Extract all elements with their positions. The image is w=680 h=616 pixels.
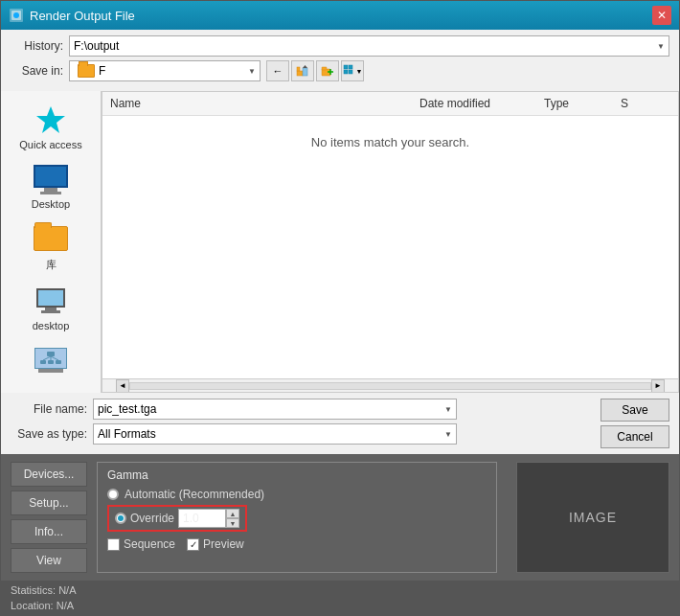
main-area: Quick access Desktop 库 bbox=[1, 91, 679, 393]
save-in-combo[interactable]: F ▼ bbox=[69, 60, 261, 81]
sequence-checkbox[interactable] bbox=[107, 538, 120, 551]
history-value: F:\output bbox=[74, 39, 119, 53]
back-icon: ← bbox=[273, 65, 283, 77]
this-pc-label: desktop bbox=[33, 320, 70, 331]
automatic-radio[interactable] bbox=[107, 489, 119, 500]
close-button[interactable]: ✕ bbox=[652, 6, 671, 25]
history-combo[interactable]: F:\output ▼ bbox=[69, 35, 669, 57]
file-list-content: No items match your search. bbox=[102, 116, 678, 378]
new-folder-icon bbox=[321, 64, 334, 78]
svg-rect-13 bbox=[344, 70, 348, 74]
horizontal-scrollbar[interactable]: ◄ ► bbox=[102, 378, 678, 392]
svg-marker-6 bbox=[303, 65, 307, 68]
title-bar: Render Output File ✕ bbox=[1, 1, 679, 30]
override-label: Override bbox=[130, 512, 174, 525]
scroll-right-button[interactable]: ► bbox=[651, 379, 665, 393]
override-radio[interactable] bbox=[115, 513, 126, 524]
svg-rect-8 bbox=[322, 67, 327, 70]
svg-line-22 bbox=[51, 356, 58, 360]
override-value: 1.0 bbox=[183, 512, 199, 525]
sidebar-item-this-pc[interactable]: desktop bbox=[12, 280, 89, 335]
folder-small-icon bbox=[78, 64, 95, 78]
desktop-label: Desktop bbox=[32, 198, 70, 210]
computer-base-small bbox=[41, 310, 60, 313]
preview-checkbox-item[interactable]: ✓ Preview bbox=[187, 537, 244, 551]
scroll-left-button[interactable]: ◄ bbox=[116, 379, 129, 393]
title-bar-left: Render Output File bbox=[9, 8, 135, 23]
view-side-button[interactable]: View bbox=[11, 548, 87, 573]
preview-label: Preview bbox=[203, 537, 244, 551]
col-header-date: Date modified bbox=[416, 95, 540, 112]
save-as-type-combo[interactable]: All Formats ▼ bbox=[93, 423, 457, 445]
save-as-type-value: All Formats bbox=[98, 427, 156, 441]
sidebar-item-quick-access[interactable]: Quick access bbox=[12, 99, 89, 154]
sidebar-item-desktop[interactable]: Desktop bbox=[12, 158, 89, 214]
svg-marker-15 bbox=[36, 106, 65, 133]
filename-input[interactable]: pic_test.tga ▼ bbox=[93, 399, 457, 420]
bottom-fields: File name: pic_test.tga ▼ Save as type: … bbox=[1, 393, 679, 454]
scrollbar-track[interactable] bbox=[129, 382, 651, 390]
gamma-section: Gamma Automatic (Recommended) Override bbox=[97, 462, 497, 573]
svg-line-20 bbox=[43, 356, 51, 360]
empty-message: No items match your search. bbox=[311, 135, 469, 149]
spinner-up[interactable]: ▲ bbox=[226, 509, 239, 518]
sidebar-item-library[interactable]: 库 bbox=[12, 217, 89, 276]
view-button[interactable]: ▼ bbox=[341, 60, 364, 81]
status-bar: Statistics: N/A Location: N/A bbox=[1, 581, 679, 615]
save-as-type-row: Save as type: All Formats ▼ bbox=[11, 423, 601, 445]
svg-rect-19 bbox=[56, 360, 61, 364]
sequence-label: Sequence bbox=[124, 537, 175, 551]
svg-rect-11 bbox=[344, 65, 348, 69]
svg-point-2 bbox=[13, 12, 19, 18]
statistics-line: Statistics: N/A bbox=[11, 582, 669, 598]
info-button[interactable]: Info... bbox=[11, 519, 87, 544]
preview-check-mark: ✓ bbox=[190, 539, 197, 550]
override-box: Override 1.0 ▲ ▼ bbox=[107, 505, 247, 532]
gamma-options: Automatic (Recommended) Override 1.0 bbox=[107, 488, 487, 532]
location-value: N/A bbox=[57, 600, 74, 611]
svg-rect-4 bbox=[297, 67, 300, 71]
devices-button[interactable]: Devices... bbox=[11, 462, 87, 487]
save-cancel-col: Save Cancel bbox=[601, 399, 669, 448]
location-label: Location: bbox=[11, 600, 54, 611]
up-folder-button[interactable] bbox=[291, 60, 314, 81]
network-icon-container bbox=[32, 343, 70, 377]
filename-row: File name: pic_test.tga ▼ bbox=[11, 399, 601, 420]
history-label: History: bbox=[11, 39, 63, 53]
automatic-radio-inner bbox=[110, 491, 116, 497]
save-in-label: Save in: bbox=[11, 64, 63, 78]
override-value-input[interactable]: 1.0 bbox=[178, 509, 226, 528]
network-icon bbox=[34, 348, 67, 373]
star-icon bbox=[34, 104, 68, 135]
svg-rect-5 bbox=[303, 68, 307, 76]
svg-rect-18 bbox=[48, 360, 54, 364]
location-line: Location: N/A bbox=[11, 598, 669, 613]
fields-col: File name: pic_test.tga ▼ Save as type: … bbox=[11, 399, 601, 448]
up-icon bbox=[296, 64, 309, 78]
network-shape bbox=[34, 348, 67, 369]
sidebar-item-network[interactable] bbox=[12, 339, 89, 383]
library-icon-container bbox=[32, 221, 70, 256]
computer-screen-small bbox=[36, 288, 65, 308]
svg-rect-17 bbox=[40, 360, 46, 364]
override-row: Override 1.0 ▲ ▼ bbox=[107, 505, 487, 532]
spinner-down[interactable]: ▼ bbox=[226, 518, 239, 528]
automatic-row: Automatic (Recommended) bbox=[107, 488, 487, 501]
back-button[interactable]: ← bbox=[266, 60, 289, 81]
cancel-button[interactable]: Cancel bbox=[601, 425, 669, 448]
new-folder-button[interactable] bbox=[316, 60, 339, 81]
preview-checkbox[interactable]: ✓ bbox=[187, 538, 199, 551]
sequence-checkbox-item[interactable]: Sequence bbox=[107, 537, 175, 551]
network-svg bbox=[39, 351, 62, 366]
left-buttons: Devices... Setup... Info... View bbox=[11, 462, 87, 573]
checkboxes-row: Sequence ✓ Preview bbox=[107, 537, 487, 551]
view-icon bbox=[343, 64, 356, 78]
desktop-icon-container bbox=[32, 162, 70, 196]
statistics-label: Statistics: bbox=[11, 584, 56, 596]
statistics-value: N/A bbox=[58, 584, 76, 596]
save-button[interactable]: Save bbox=[601, 399, 669, 422]
filename-arrow: ▼ bbox=[444, 405, 452, 414]
setup-button[interactable]: Setup... bbox=[11, 491, 87, 515]
history-arrow: ▼ bbox=[657, 42, 665, 51]
fields-with-buttons: File name: pic_test.tga ▼ Save as type: … bbox=[11, 399, 669, 448]
